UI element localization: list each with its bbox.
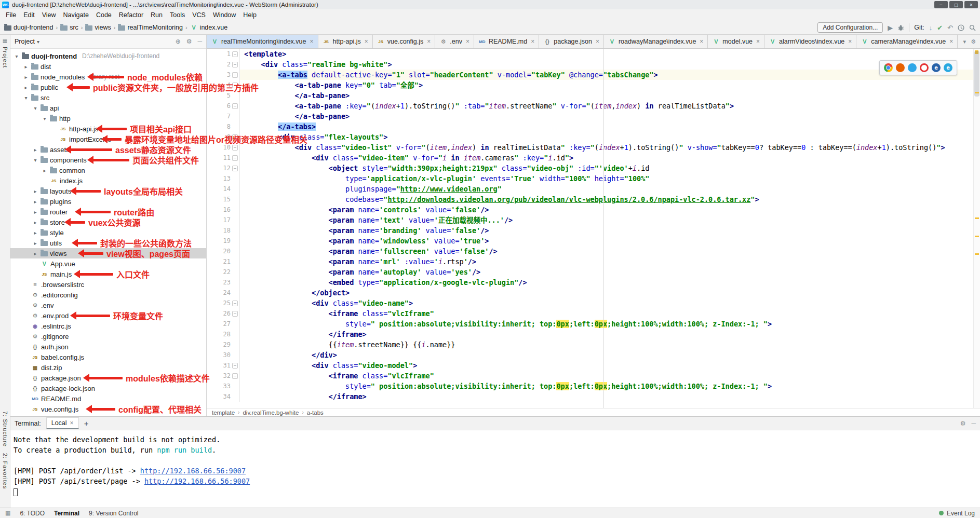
search-everywhere-icon[interactable] (969, 24, 976, 31)
code-line[interactable]: 29 {{item.streetName}} {{i.name}} (207, 339, 980, 350)
git-revert-icon[interactable]: ↶ (947, 24, 953, 31)
menu-item-window[interactable]: Window (209, 10, 239, 20)
close-tab-icon[interactable]: × (531, 38, 534, 45)
tree-item-duoji-frontend[interactable]: ▾duoji-frontendD:\zheheWeb\duoji-fronten… (10, 51, 206, 61)
code-line[interactable]: 10− <div class="video-list" v-for="(item… (207, 142, 980, 153)
tree-item-api[interactable]: ▾api (10, 103, 206, 113)
fold-icon[interactable]: − (232, 62, 238, 67)
menu-item-refactor[interactable]: Refactor (115, 10, 147, 20)
tree-item-readme-md[interactable]: MDREADME.md (10, 393, 206, 404)
fold-icon[interactable]: − (232, 83, 238, 88)
tree-item-auth-json[interactable]: {}auth.json (10, 342, 206, 352)
code-line[interactable]: 15 codebase="http://downloads.videolan.o… (207, 194, 980, 205)
close-tab-icon[interactable]: × (466, 38, 469, 45)
code-line[interactable]: 24 </object> (207, 288, 980, 298)
fold-icon[interactable]: − (232, 51, 238, 57)
close-tab-icon[interactable]: × (949, 38, 953, 45)
menu-item-help[interactable]: Help (239, 10, 260, 20)
terminal-tab-local[interactable]: Local × (46, 417, 79, 429)
tree-item-env-prod[interactable]: ⚙.env.prod (10, 310, 206, 321)
git-update-icon[interactable]: ↓ (929, 24, 933, 31)
code-line[interactable]: 14 pluginspage="http://www.videolan.org" (207, 184, 980, 194)
editor-breadcrumb-div-realtime-bg-white[interactable]: div.realTime.bg-white (243, 410, 299, 416)
tree-item-importexcel-js[interactable]: JSimportExcel.js (10, 134, 206, 144)
breadcrumb-index-vue[interactable]: Vindex.vue (190, 24, 228, 31)
firefox-icon[interactable] (896, 63, 905, 72)
tree-item-public[interactable]: ▸public (10, 82, 206, 92)
code-line[interactable]: 17 <param name='text' value='正在加载视频中...'… (207, 215, 980, 225)
tree-item-views[interactable]: ▸views (10, 248, 206, 258)
tree-item-index-js[interactable]: JSindex.js (10, 175, 206, 186)
close-tab-icon[interactable]: × (596, 38, 599, 45)
tool-windows-icon[interactable]: ▦ (5, 510, 10, 516)
code-line[interactable]: 13 type='application/x-vlc-plugin' event… (207, 173, 980, 184)
fold-icon[interactable]: − (232, 103, 238, 109)
tree-item-browserslistrc[interactable]: ≡.browserslistrc (10, 279, 206, 290)
code-line[interactable]: 25− <div class="video-name"> (207, 298, 980, 308)
close-terminal-tab-icon[interactable]: × (70, 419, 74, 427)
menu-item-vcs[interactable]: VCS (189, 10, 209, 20)
terminal-button[interactable]: Terminal (54, 510, 79, 517)
hide-terminal-icon[interactable]: ─ (971, 420, 976, 427)
code-line[interactable]: 27 style=" position:absolute;visibility:… (207, 319, 980, 329)
code-line[interactable]: 20 <param name='fullscreen' value='false… (207, 246, 980, 256)
code-line[interactable]: 7 </a-tab-pane> (207, 111, 980, 121)
code-line[interactable]: 33 style=" position:absolute;visibility:… (207, 381, 980, 391)
tree-item-components[interactable]: ▾components (10, 155, 206, 165)
editor-tab-readme-md[interactable]: MDREADME.md× (474, 35, 539, 48)
tree-item-dist-zip[interactable]: ▦dist.zip (10, 362, 206, 373)
breadcrumb-src[interactable]: src (60, 24, 78, 31)
version-control-button[interactable]: 9: Version Control (89, 510, 138, 517)
code-line[interactable]: 6− <a-tab-pane :key="(index+1).toString(… (207, 101, 980, 111)
tree-item-http-api-js[interactable]: JShttp-api.js (10, 124, 206, 134)
close-tab-icon[interactable]: × (700, 38, 703, 45)
close-tab-icon[interactable]: × (848, 38, 852, 45)
tree-item-editorconfig[interactable]: ⚙.editorconfig (10, 290, 206, 300)
code-line[interactable]: 4− <a-tab-pane key="0" tab="全部"> (207, 80, 980, 90)
code-line[interactable]: 30 </div> (207, 350, 980, 360)
editor-tab-roadwaymanage-index-vue[interactable]: VroadwayManage\index.vue× (604, 35, 708, 48)
tree-item-vue-config-js[interactable]: JSvue.config.js (10, 404, 206, 414)
tree-item-env[interactable]: ⚙.env (10, 300, 206, 310)
menu-item-navigate[interactable]: Navigate (60, 10, 92, 20)
edge-icon[interactable]: e (932, 63, 941, 72)
code-line[interactable]: 12− <object style="width:390px;height:21… (207, 163, 980, 173)
safari-icon[interactable] (908, 63, 917, 72)
code-line[interactable]: 31− <div class="video-model"> (207, 360, 980, 371)
fold-icon[interactable]: − (232, 134, 238, 140)
add-configuration-button[interactable]: Add Configuration... (817, 22, 883, 33)
tree-item-node-modules[interactable]: ▸node_moduleslibrary root (10, 72, 206, 82)
git-commit-icon[interactable]: ✔ (937, 24, 943, 31)
fold-icon[interactable]: − (232, 166, 238, 171)
opera-icon[interactable] (920, 63, 929, 72)
debug-icon[interactable] (897, 24, 904, 31)
editor-tab-env[interactable]: ⚙.env× (435, 35, 474, 48)
editor-breadcrumb-template[interactable]: template (212, 410, 235, 416)
editor-tab-vue-config-js[interactable]: JSvue.config.js× (373, 35, 436, 48)
tree-item-babel-config-js[interactable]: JSbabel.config.js (10, 352, 206, 362)
code-line[interactable]: 21 <param name='mrl' :value='i.rtsp'/> (207, 256, 980, 267)
editor-scrollbar[interactable] (973, 49, 980, 408)
menu-item-file[interactable]: File (2, 10, 20, 20)
code-line[interactable]: 9− <div class="flex-layouts"> (207, 132, 980, 142)
code-line[interactable]: 23 <embed type="application/x-google-vlc… (207, 277, 980, 288)
ie-icon[interactable]: e (944, 63, 952, 72)
editor-settings-icon[interactable]: ⚙ (971, 38, 976, 45)
tree-item-eslintrc-js[interactable]: ◉.eslintrc.js (10, 321, 206, 331)
editor-tab-realtimemonitoring-index-vue[interactable]: VrealTimeMonitoring\index.vue× (207, 35, 318, 48)
tree-item-src[interactable]: ▾src (10, 92, 206, 103)
menu-item-view[interactable]: View (38, 10, 60, 20)
tree-item-app-vue[interactable]: VApp.vue (10, 258, 206, 269)
maximize-button[interactable]: □ (949, 1, 963, 8)
code-line[interactable]: 18 <param name='branding' value='false'/… (207, 225, 980, 236)
tool-window-favorites-button[interactable]: 2: Favorites (2, 453, 8, 489)
terminal-settings-icon[interactable]: ⚙ (960, 420, 966, 427)
code-line[interactable]: 2− <div class="realTime bg-white"> (207, 59, 980, 70)
fold-icon[interactable]: − (232, 311, 238, 317)
chevron-down-icon[interactable]: ▾ (37, 39, 39, 45)
code-line[interactable]: 1−<template> (207, 49, 980, 59)
close-tab-icon[interactable]: × (756, 38, 760, 45)
history-icon[interactable] (958, 24, 964, 31)
menu-item-tools[interactable]: Tools (166, 10, 189, 20)
todo-button[interactable]: 6: TODO (20, 510, 45, 517)
